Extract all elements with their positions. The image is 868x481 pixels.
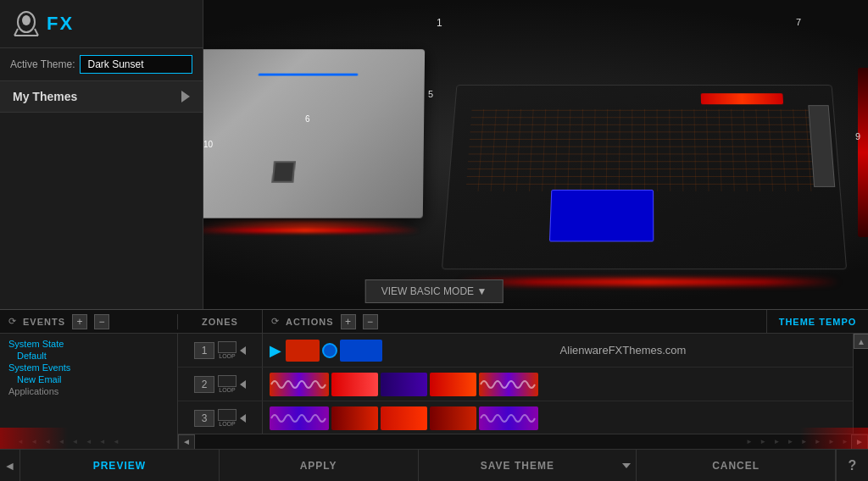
apply-button[interactable]: APPLY xyxy=(220,450,419,482)
save-dropdown-arrow-icon xyxy=(622,463,631,468)
view-basic-mode-button[interactable]: VIEW BASIC MODE ▼ xyxy=(365,279,504,303)
r2-block-red2[interactable] xyxy=(430,373,476,396)
save-theme-button[interactable]: SAVE THEME xyxy=(419,450,617,482)
actions-header-label: ACTIONS xyxy=(286,317,334,327)
nav-prev-button[interactable]: ◄ xyxy=(0,450,20,482)
bottom-panel: ⟳ EVENTS + − ZONES ⟳ ACTIONS + − THEME T… xyxy=(0,309,868,481)
sidebar-header: FX xyxy=(0,0,203,48)
cancel-button[interactable]: CANCEL xyxy=(637,450,836,482)
wave-svg-2b xyxy=(479,373,538,396)
r1-block-blue[interactable] xyxy=(340,340,382,362)
loop-box-3 xyxy=(218,409,236,421)
svg-line-2 xyxy=(14,29,18,36)
alien-logo xyxy=(13,10,40,37)
wave-svg-2a xyxy=(270,373,329,396)
events-remove-button[interactable]: − xyxy=(94,314,109,329)
row-arrow-3 xyxy=(240,414,246,423)
fx-title: FX xyxy=(47,13,74,35)
zones-header-label: ZONES xyxy=(202,317,238,327)
event-system-events[interactable]: System Events xyxy=(8,362,169,373)
svg-point-1 xyxy=(22,15,31,25)
r2-block-red[interactable] xyxy=(331,373,378,396)
sidebar: FX Active Theme: Dark Sunset My Themes xyxy=(0,0,203,309)
right-accent-bar xyxy=(858,68,868,237)
r3-block-red[interactable] xyxy=(381,406,427,430)
svg-line-3 xyxy=(35,29,38,36)
zone-label-9: 9 xyxy=(855,131,860,141)
laptop-open: 1 7 5 9 3 2 8 xyxy=(432,13,856,301)
action-row-1: 1 LOOP ▶ AlienwareFXThemes.com xyxy=(178,334,868,368)
r1-connector xyxy=(322,343,337,358)
red-base-glow xyxy=(191,228,420,233)
zone-badge-3: 3 xyxy=(194,410,214,427)
actions-add-button[interactable]: + xyxy=(341,314,356,329)
zone-cell-1: 1 LOOP xyxy=(178,334,263,367)
loop-text-3: LOOP xyxy=(219,421,235,427)
event-default[interactable]: Default xyxy=(17,351,169,361)
event-new-email[interactable]: New Email xyxy=(17,374,169,384)
help-button[interactable]: ? xyxy=(836,450,868,482)
r2-block-purple[interactable] xyxy=(381,373,427,396)
my-themes-label: My Themes xyxy=(13,90,77,103)
r3-block-darkred[interactable] xyxy=(331,406,378,430)
loop-box-2 xyxy=(218,375,236,387)
active-theme-row: Active Theme: Dark Sunset xyxy=(0,48,203,81)
preview-button[interactable]: PREVIEW xyxy=(20,450,220,482)
row-arrow-1 xyxy=(240,346,246,355)
zones-column-header: ZONES xyxy=(178,310,263,333)
r3-block-darkred2[interactable] xyxy=(430,406,476,430)
loop-indicator-1: LOOP xyxy=(218,341,236,359)
laptop-closed: 10 6 xyxy=(178,38,441,233)
loop-indicator-3: LOOP xyxy=(218,409,236,427)
events-add-button[interactable]: + xyxy=(72,314,87,329)
zone-cell-2: 2 LOOP xyxy=(178,368,263,401)
zone-label-5: 5 xyxy=(428,89,433,99)
event-applications[interactable]: Applications xyxy=(8,386,169,396)
scroll-up-button[interactable]: ▲ xyxy=(854,334,868,349)
my-themes-row[interactable]: My Themes xyxy=(0,81,203,113)
keyboard-red-glow xyxy=(458,279,839,285)
help-icon: ? xyxy=(849,458,857,473)
zone-badge-2: 2 xyxy=(194,376,214,393)
theme-tempo-label: THEME TEMPO xyxy=(779,317,857,327)
red-accent-left xyxy=(0,428,68,449)
zone-label-10: 10 xyxy=(203,140,213,149)
action-row-2: 2 LOOP xyxy=(178,368,868,401)
lid-alien-badge xyxy=(272,161,296,183)
zone-label-1: 1 xyxy=(437,17,442,29)
view-mode-label: VIEW BASIC MODE ▼ xyxy=(381,285,487,297)
scroll-left-button[interactable]: ◄ xyxy=(178,434,195,450)
action-row-3: 3 LOOP xyxy=(178,401,868,435)
active-theme-value: Dark Sunset xyxy=(87,58,143,70)
r1-block-red[interactable] xyxy=(286,340,320,362)
events-icon: ⟳ xyxy=(8,316,16,327)
zone-label-6: 6 xyxy=(305,114,310,124)
right-strip xyxy=(808,105,835,187)
loop-text-1: LOOP xyxy=(219,353,235,359)
actions-cell-3 xyxy=(263,406,868,430)
loop-text-2: LOOP xyxy=(219,387,235,393)
wave-svg-3a xyxy=(270,406,329,430)
event-system-state[interactable]: System State xyxy=(8,339,169,349)
row1-text: AlienwareFXThemes.com xyxy=(385,344,861,357)
active-theme-label: Active Theme: xyxy=(10,58,75,70)
lid-blue-line xyxy=(259,74,359,76)
loop-indicator-2: LOOP xyxy=(218,375,236,393)
loop-box-1 xyxy=(218,341,236,353)
zone-label-7: 7 xyxy=(796,17,801,27)
column-headers: ⟳ EVENTS + − ZONES ⟳ ACTIONS + − THEME T… xyxy=(0,310,868,334)
keyboard-base xyxy=(442,85,847,269)
row-arrow-2 xyxy=(240,380,246,389)
zone-cell-3: 3 LOOP xyxy=(178,401,263,434)
actions-cell-2 xyxy=(263,373,868,396)
actions-column-header: ⟳ ACTIONS + − xyxy=(263,314,766,329)
red-bar-top xyxy=(701,93,783,104)
keys-area xyxy=(465,109,822,191)
save-theme-dropdown-button[interactable] xyxy=(616,450,637,482)
actions-icon: ⟳ xyxy=(271,316,279,327)
theme-tempo-column-header: THEME TEMPO xyxy=(766,310,868,333)
actions-remove-button[interactable]: − xyxy=(363,314,378,329)
events-header-label: EVENTS xyxy=(23,317,65,327)
actions-cell-1: ▶ AlienwareFXThemes.com xyxy=(263,340,868,362)
zone-badge-1: 1 xyxy=(194,342,214,359)
